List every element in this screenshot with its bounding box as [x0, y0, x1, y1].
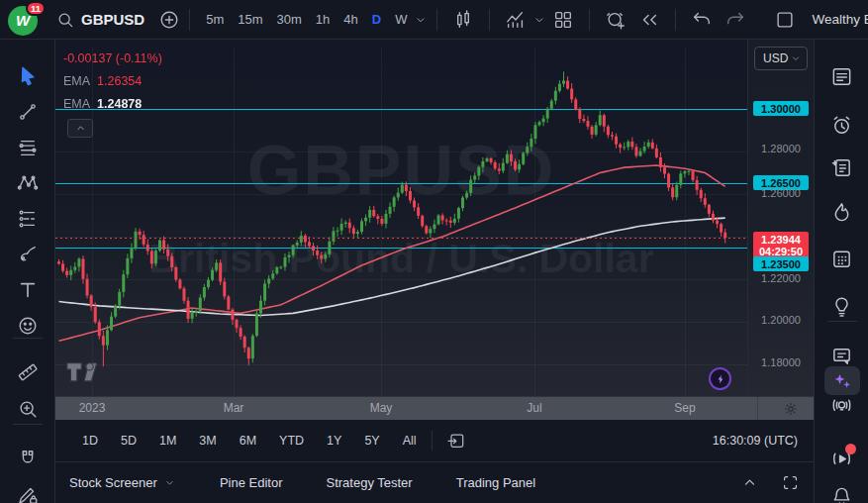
axis-settings-gear-icon[interactable] [782, 400, 800, 418]
currency-selector[interactable]: USD [754, 47, 808, 70]
long-position-tool[interactable] [17, 208, 39, 230]
live-indicator-dot [845, 444, 856, 454]
emoji-tool[interactable] [17, 315, 39, 337]
layout-grid-icon [552, 9, 574, 31]
timeframe-30m[interactable]: 30m [270, 8, 309, 31]
sidebar-alerts-button[interactable] [830, 114, 854, 138]
save-layout-checkbox[interactable] [768, 9, 802, 31]
live-ideas-icon [830, 394, 853, 417]
sidebar-notifications-button[interactable] [830, 485, 854, 503]
tab-strategy-tester[interactable]: Strategy Tester [326, 475, 412, 490]
last-price-label: 1.2394404:29:50 [753, 232, 809, 259]
text-tool[interactable] [17, 279, 39, 301]
sidebar-watchlist-button[interactable] [830, 65, 854, 89]
sidebar-streams-button[interactable] [830, 448, 854, 471]
timeframe-4h[interactable]: 4h [337, 8, 364, 31]
level-price-label: 1.30000 [753, 101, 809, 116]
indicators-button[interactable] [499, 9, 532, 31]
trend-line-tool[interactable] [17, 101, 39, 123]
currency-label: USD [763, 51, 788, 65]
range-3m[interactable]: 3M [192, 430, 223, 452]
sidebar-live-ideas-button[interactable] [830, 394, 854, 418]
range-5y[interactable]: 5Y [357, 430, 386, 452]
legend-collapse-button[interactable] [67, 119, 93, 138]
ruler-tool[interactable] [17, 359, 39, 381]
symbol-button[interactable]: GBPUSD [81, 11, 145, 28]
divider [13, 338, 43, 339]
tab-stock-screener[interactable]: Stock Screener [69, 475, 176, 490]
indicators-chevron-icon[interactable] [532, 13, 546, 27]
range-5d[interactable]: 5D [114, 430, 144, 452]
long-position-icon [17, 208, 39, 230]
undo-button[interactable] [685, 9, 719, 31]
compare-add-icon[interactable] [158, 9, 180, 31]
magnet-tool[interactable] [17, 449, 39, 470]
magnet-icon [17, 449, 39, 470]
tab-pine-editor[interactable]: Pine Editor [220, 475, 283, 490]
chevron-up-icon [74, 122, 87, 135]
redo-button[interactable] [719, 9, 752, 31]
quick-action-flash-badge[interactable] [709, 367, 731, 390]
tab-trading-panel[interactable]: Trading Panel [456, 475, 535, 490]
search-icon[interactable] [55, 10, 75, 30]
range-1y[interactable]: 1Y [320, 430, 348, 452]
right-sidebar [814, 40, 868, 503]
server-clock[interactable]: 16:30:09 (UTC) [713, 434, 802, 448]
chart-style-button[interactable] [446, 9, 480, 31]
ema-label: EMA [63, 97, 90, 111]
layout-button[interactable] [546, 9, 580, 31]
top-toolbar: W 11 GBPUSD 5m15m30m1h4hDW Wealthy Educa… [0, 0, 868, 40]
zoom-in-tool[interactable] [17, 398, 39, 420]
sidebar-hotlists-button[interactable] [830, 201, 854, 225]
chat-icon [830, 345, 853, 367]
notification-count-badge: 11 [26, 1, 46, 16]
divider [189, 9, 190, 31]
tab-label: Stock Screener [69, 475, 157, 490]
xabcd-pattern-tool[interactable] [17, 172, 39, 194]
range-group: 1D5D1M3M6MYTD1Y5YAll [75, 430, 424, 452]
drawing-lock-tool[interactable] [17, 484, 39, 503]
timeframe-5m[interactable]: 5m [199, 8, 231, 31]
price-axis[interactable]: USD 1.300001.280001.265001.260001.239440… [748, 40, 814, 396]
timeframe-d[interactable]: D [365, 8, 388, 31]
sidebar-ideas-button[interactable] [830, 294, 854, 318]
timeframe-group: 5m15m30m1h4hDW [199, 8, 414, 31]
tab-label: Pine Editor [220, 475, 283, 490]
panel-expand-chevron-icon[interactable] [740, 473, 759, 492]
ema-white-row[interactable]: EMA1.24878 [63, 93, 162, 116]
range-ytd[interactable]: YTD [272, 430, 311, 452]
go-to-date-button[interactable] [440, 431, 472, 451]
price-change: -0.00137 (-0.11%) [63, 48, 162, 70]
range-all[interactable]: All [396, 430, 424, 452]
object-tree-icon [830, 156, 853, 179]
bar-replay-button[interactable] [632, 9, 666, 31]
range-1d[interactable]: 1D [75, 430, 105, 452]
create-alert-button[interactable] [599, 9, 632, 31]
fib-retracement-tool[interactable] [17, 137, 39, 158]
tradingview-logo[interactable] [65, 360, 105, 386]
fib-retracement-icon [17, 137, 39, 158]
sidebar-ai-assistant-button[interactable] [824, 366, 860, 395]
timeframe-1h[interactable]: 1h [309, 8, 337, 31]
cursor-tool[interactable] [17, 65, 39, 87]
fullscreen-icon[interactable] [781, 473, 800, 492]
app-logo[interactable]: W 11 [8, 3, 42, 37]
tab-label: Trading Panel [456, 475, 535, 490]
ema-red-row[interactable]: EMA1.26354 [63, 70, 162, 93]
chart-pane[interactable]: GBPUSD British Pound / U.S. Dollar -0.00… [55, 40, 748, 396]
hotlists-icon [830, 201, 853, 224]
timeframe-menu-chevron-icon[interactable] [414, 13, 428, 27]
range-6m[interactable]: 6M [233, 430, 263, 452]
sidebar-chat-button[interactable] [830, 345, 854, 368]
range-1m[interactable]: 1M [152, 430, 183, 452]
timeframe-w[interactable]: W [388, 8, 414, 31]
divider [827, 321, 857, 322]
account-name[interactable]: Wealthy Education [812, 12, 868, 27]
time-axis[interactable]: 2023MarMayJulSep [55, 396, 814, 420]
alarm-plus-icon [605, 9, 627, 31]
timeframe-15m[interactable]: 15m [231, 8, 269, 31]
brush-tool[interactable] [17, 244, 39, 265]
sidebar-calendar-button[interactable] [830, 248, 854, 271]
sidebar-object-tree-button[interactable] [830, 156, 854, 180]
flash-icon [714, 372, 727, 386]
